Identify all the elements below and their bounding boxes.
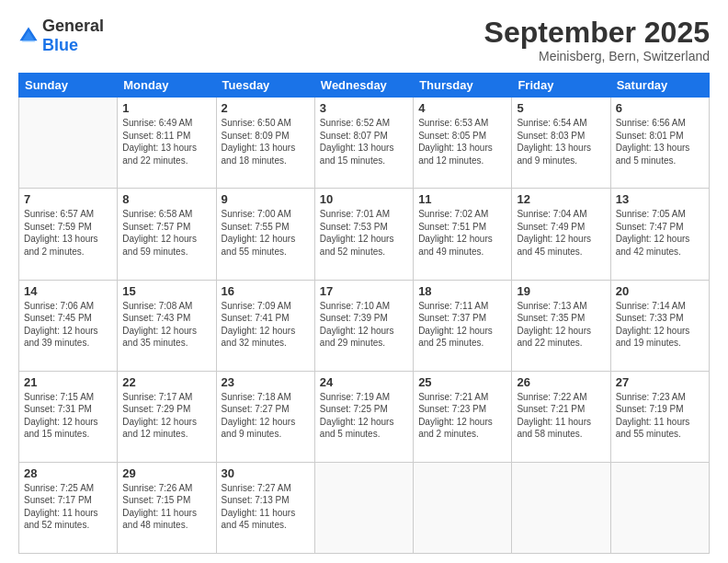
table-row xyxy=(610,462,709,553)
day-info: Sunrise: 7:02 AM Sunset: 7:51 PM Dayligh… xyxy=(418,208,506,258)
day-number: 28 xyxy=(24,466,112,480)
table-row: 2Sunrise: 6:50 AM Sunset: 8:09 PM Daylig… xyxy=(216,98,314,189)
table-row xyxy=(512,462,610,553)
table-row: 27Sunrise: 7:23 AM Sunset: 7:19 PM Dayli… xyxy=(610,371,709,462)
day-number: 24 xyxy=(320,375,408,389)
table-row: 7Sunrise: 6:57 AM Sunset: 7:59 PM Daylig… xyxy=(19,189,118,280)
table-row: 17Sunrise: 7:10 AM Sunset: 7:39 PM Dayli… xyxy=(314,280,413,371)
day-number: 20 xyxy=(616,284,704,298)
day-number: 27 xyxy=(616,375,704,389)
header-tuesday: Tuesday xyxy=(216,74,314,98)
day-info: Sunrise: 7:25 AM Sunset: 7:17 PM Dayligh… xyxy=(24,482,112,532)
day-info: Sunrise: 6:57 AM Sunset: 7:59 PM Dayligh… xyxy=(24,208,112,258)
day-number: 9 xyxy=(222,192,310,206)
day-number: 22 xyxy=(122,375,210,389)
day-info: Sunrise: 6:49 AM Sunset: 8:11 PM Dayligh… xyxy=(122,117,210,167)
table-row: 14Sunrise: 7:06 AM Sunset: 7:45 PM Dayli… xyxy=(19,280,118,371)
day-number: 16 xyxy=(222,284,310,298)
day-info: Sunrise: 7:00 AM Sunset: 7:55 PM Dayligh… xyxy=(222,208,310,258)
day-number: 17 xyxy=(320,284,408,298)
page: General Blue September 2025 Meinisberg, … xyxy=(0,0,728,563)
day-number: 6 xyxy=(616,101,704,115)
day-info: Sunrise: 7:08 AM Sunset: 7:43 PM Dayligh… xyxy=(122,300,210,350)
calendar-table: Sunday Monday Tuesday Wednesday Thursday… xyxy=(18,73,710,554)
day-info: Sunrise: 7:10 AM Sunset: 7:39 PM Dayligh… xyxy=(320,300,408,350)
header-wednesday: Wednesday xyxy=(314,74,413,98)
day-number: 19 xyxy=(517,284,605,298)
table-row: 30Sunrise: 7:27 AM Sunset: 7:13 PM Dayli… xyxy=(216,462,314,553)
day-number: 30 xyxy=(222,466,310,480)
day-info: Sunrise: 7:04 AM Sunset: 7:49 PM Dayligh… xyxy=(517,208,605,258)
table-row: 20Sunrise: 7:14 AM Sunset: 7:33 PM Dayli… xyxy=(610,280,709,371)
table-row: 23Sunrise: 7:18 AM Sunset: 7:27 PM Dayli… xyxy=(216,371,314,462)
table-row: 9Sunrise: 7:00 AM Sunset: 7:55 PM Daylig… xyxy=(216,189,314,280)
day-info: Sunrise: 7:17 AM Sunset: 7:29 PM Dayligh… xyxy=(122,391,210,441)
day-number: 18 xyxy=(418,284,506,298)
day-info: Sunrise: 6:58 AM Sunset: 7:57 PM Dayligh… xyxy=(122,208,210,258)
day-info: Sunrise: 7:06 AM Sunset: 7:45 PM Dayligh… xyxy=(24,300,112,350)
main-title: September 2025 xyxy=(484,17,710,49)
day-info: Sunrise: 7:27 AM Sunset: 7:13 PM Dayligh… xyxy=(222,482,310,532)
day-number: 15 xyxy=(122,284,210,298)
table-row: 25Sunrise: 7:21 AM Sunset: 7:23 PM Dayli… xyxy=(414,371,512,462)
day-info: Sunrise: 7:18 AM Sunset: 7:27 PM Dayligh… xyxy=(222,391,310,441)
day-number: 13 xyxy=(616,192,704,206)
day-number: 14 xyxy=(24,284,112,298)
table-row: 11Sunrise: 7:02 AM Sunset: 7:51 PM Dayli… xyxy=(414,189,512,280)
day-info: Sunrise: 7:22 AM Sunset: 7:21 PM Dayligh… xyxy=(517,391,605,441)
day-number: 29 xyxy=(122,466,210,480)
table-row: 26Sunrise: 7:22 AM Sunset: 7:21 PM Dayli… xyxy=(512,371,610,462)
header: General Blue September 2025 Meinisberg, … xyxy=(18,17,710,63)
day-info: Sunrise: 6:56 AM Sunset: 8:01 PM Dayligh… xyxy=(616,117,704,167)
weekday-header-row: Sunday Monday Tuesday Wednesday Thursday… xyxy=(19,74,710,98)
table-row xyxy=(19,98,118,189)
header-saturday: Saturday xyxy=(610,74,709,98)
table-row: 10Sunrise: 7:01 AM Sunset: 7:53 PM Dayli… xyxy=(314,189,413,280)
table-row: 15Sunrise: 7:08 AM Sunset: 7:43 PM Dayli… xyxy=(118,280,216,371)
header-monday: Monday xyxy=(118,74,216,98)
day-info: Sunrise: 6:52 AM Sunset: 8:07 PM Dayligh… xyxy=(320,117,408,167)
table-row: 18Sunrise: 7:11 AM Sunset: 7:37 PM Dayli… xyxy=(414,280,512,371)
day-info: Sunrise: 7:15 AM Sunset: 7:31 PM Dayligh… xyxy=(24,391,112,441)
day-info: Sunrise: 7:13 AM Sunset: 7:35 PM Dayligh… xyxy=(517,300,605,350)
table-row: 3Sunrise: 6:52 AM Sunset: 8:07 PM Daylig… xyxy=(314,98,413,189)
header-friday: Friday xyxy=(512,74,610,98)
day-number: 7 xyxy=(24,192,112,206)
table-row xyxy=(314,462,413,553)
day-number: 10 xyxy=(320,192,408,206)
day-info: Sunrise: 6:50 AM Sunset: 8:09 PM Dayligh… xyxy=(222,117,310,167)
day-number: 25 xyxy=(418,375,506,389)
table-row: 28Sunrise: 7:25 AM Sunset: 7:17 PM Dayli… xyxy=(19,462,118,553)
table-row: 21Sunrise: 7:15 AM Sunset: 7:31 PM Dayli… xyxy=(19,371,118,462)
day-info: Sunrise: 7:19 AM Sunset: 7:25 PM Dayligh… xyxy=(320,391,408,441)
table-row: 4Sunrise: 6:53 AM Sunset: 8:05 PM Daylig… xyxy=(414,98,512,189)
day-number: 21 xyxy=(24,375,112,389)
day-number: 5 xyxy=(517,101,605,115)
table-row: 22Sunrise: 7:17 AM Sunset: 7:29 PM Dayli… xyxy=(118,371,216,462)
subtitle: Meinisberg, Bern, Switzerland xyxy=(484,49,710,63)
table-row: 8Sunrise: 6:58 AM Sunset: 7:57 PM Daylig… xyxy=(118,189,216,280)
logo-icon xyxy=(18,26,39,46)
day-number: 8 xyxy=(122,192,210,206)
day-info: Sunrise: 7:26 AM Sunset: 7:15 PM Dayligh… xyxy=(122,482,210,532)
day-number: 11 xyxy=(418,192,506,206)
table-row: 29Sunrise: 7:26 AM Sunset: 7:15 PM Dayli… xyxy=(118,462,216,553)
title-block: September 2025 Meinisberg, Bern, Switzer… xyxy=(484,17,710,63)
table-row xyxy=(414,462,512,553)
header-thursday: Thursday xyxy=(414,74,512,98)
table-row: 19Sunrise: 7:13 AM Sunset: 7:35 PM Dayli… xyxy=(512,280,610,371)
table-row: 5Sunrise: 6:54 AM Sunset: 8:03 PM Daylig… xyxy=(512,98,610,189)
day-info: Sunrise: 7:14 AM Sunset: 7:33 PM Dayligh… xyxy=(616,300,704,350)
day-number: 26 xyxy=(517,375,605,389)
table-row: 1Sunrise: 6:49 AM Sunset: 8:11 PM Daylig… xyxy=(118,98,216,189)
header-sunday: Sunday xyxy=(19,74,118,98)
logo-general: General xyxy=(42,17,104,35)
day-info: Sunrise: 6:53 AM Sunset: 8:05 PM Dayligh… xyxy=(418,117,506,167)
day-info: Sunrise: 6:54 AM Sunset: 8:03 PM Dayligh… xyxy=(517,117,605,167)
logo-blue: Blue xyxy=(42,36,78,54)
day-number: 4 xyxy=(418,101,506,115)
day-number: 12 xyxy=(517,192,605,206)
day-number: 1 xyxy=(122,101,210,115)
day-info: Sunrise: 7:09 AM Sunset: 7:41 PM Dayligh… xyxy=(222,300,310,350)
table-row: 13Sunrise: 7:05 AM Sunset: 7:47 PM Dayli… xyxy=(610,189,709,280)
